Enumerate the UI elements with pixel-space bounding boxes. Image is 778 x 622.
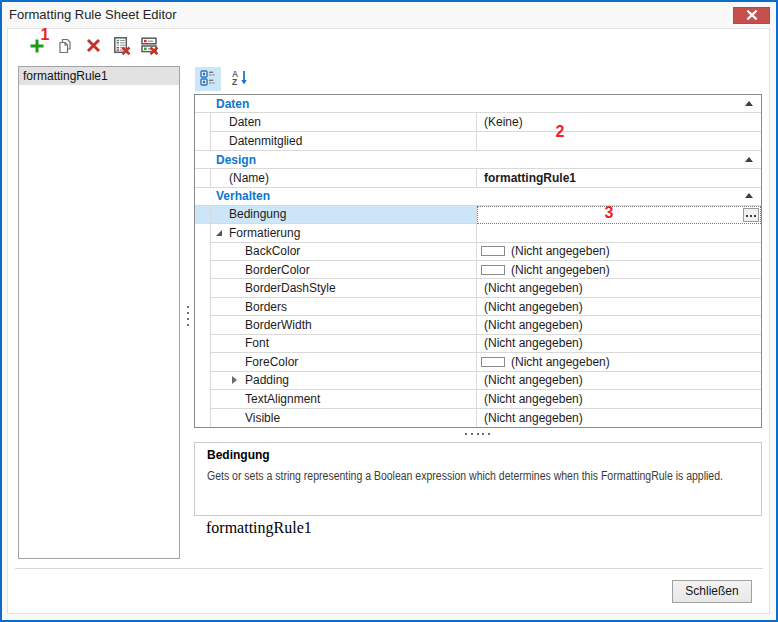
- property-row-padding[interactable]: Padding(Nicht angegeben): [195, 372, 761, 390]
- category-label: Design: [216, 153, 256, 167]
- property-row-datenmitglied[interactable]: Datenmitglied: [195, 132, 761, 150]
- property-row-forecolor[interactable]: ForeColor(Nicht angegeben): [195, 353, 761, 371]
- property-row-textalignment[interactable]: TextAlignment(Nicht angegeben): [195, 390, 761, 408]
- property-name-cell[interactable]: Padding: [211, 372, 477, 390]
- property-value-cell[interactable]: [477, 206, 761, 224]
- property-name: Datenmitglied: [211, 134, 302, 148]
- property-name-cell[interactable]: BackColor: [211, 243, 477, 261]
- property-value-cell[interactable]: (Nicht angegeben): [477, 335, 761, 353]
- property-name-cell[interactable]: Font: [211, 335, 477, 353]
- delete-rows-icon: [141, 37, 159, 58]
- property-name-cell[interactable]: (Name): [211, 169, 477, 187]
- collapsed-triangle-icon[interactable]: [232, 376, 237, 384]
- indent-strip: [195, 409, 211, 427]
- property-name: BackColor: [211, 244, 300, 258]
- color-swatch: [481, 357, 505, 367]
- property-row-bordercolor[interactable]: BorderColor(Nicht angegeben): [195, 261, 761, 279]
- property-value-cell[interactable]: (Nicht angegeben): [477, 353, 761, 371]
- property-name: Bedingung: [211, 207, 286, 221]
- category-row[interactable]: Verhalten: [195, 187, 761, 205]
- property-grid: DatenDaten(Keine)DatenmitgliedDesign(Nam…: [194, 94, 762, 428]
- property-value: (Nicht angegeben): [505, 244, 610, 258]
- property-row-backcolor[interactable]: BackColor(Nicht angegeben): [195, 243, 761, 261]
- property-value-cell[interactable]: (Nicht angegeben): [477, 372, 761, 390]
- property-name-cell[interactable]: ForeColor: [211, 353, 477, 371]
- property-row-visible[interactable]: Visible(Nicht angegeben): [195, 409, 761, 427]
- property-value: (Nicht angegeben): [477, 281, 583, 295]
- property-value-cell[interactable]: (Nicht angegeben): [477, 298, 761, 316]
- splitter-dot: [187, 318, 189, 320]
- delete-icon: [86, 38, 101, 56]
- copy-icon: [57, 38, 73, 57]
- copy-rule-button[interactable]: [56, 38, 74, 56]
- property-value-cell[interactable]: (Nicht angegeben): [477, 243, 761, 261]
- property-name: TextAlignment: [211, 392, 320, 406]
- indent-strip: [195, 372, 211, 390]
- property-value-cell[interactable]: (Nicht angegeben): [477, 316, 761, 334]
- property-value: (Nicht angegeben): [477, 300, 583, 314]
- property-name-cell[interactable]: Bedingung: [211, 206, 477, 224]
- annotation-number-1: 1: [41, 27, 50, 43]
- splitter-dot: [482, 433, 484, 435]
- property-name-cell[interactable]: Visible: [211, 409, 477, 427]
- description-title: Bedingung: [207, 448, 749, 462]
- property-name-cell[interactable]: BorderWidth: [211, 316, 477, 334]
- collapse-triangle-icon[interactable]: [745, 101, 753, 106]
- property-value-cell[interactable]: (Nicht angegeben): [477, 261, 761, 279]
- property-value-cell[interactable]: [477, 132, 761, 150]
- property-name-cell[interactable]: Datenmitglied: [211, 132, 477, 150]
- property-row-name[interactable]: (Name)formattingRule1: [195, 169, 761, 187]
- property-name-cell[interactable]: BorderColor: [211, 261, 477, 279]
- property-row-borders[interactable]: Borders(Nicht angegeben): [195, 298, 761, 316]
- property-name-cell[interactable]: Formatierung: [211, 224, 477, 242]
- property-row-borderwidth[interactable]: BorderWidth(Nicht angegeben): [195, 316, 761, 334]
- vertical-splitter-handle[interactable]: [186, 306, 190, 326]
- property-value-cell[interactable]: [477, 224, 761, 242]
- delete-conditions-button[interactable]: [113, 38, 131, 56]
- footer-separator: [15, 568, 763, 569]
- alphabetical-sort-button[interactable]: A Z: [227, 67, 253, 91]
- rules-list[interactable]: formattingRule1: [18, 66, 180, 559]
- categorized-view-button[interactable]: [195, 67, 221, 91]
- indent-strip: [195, 169, 211, 187]
- property-row-bedingung[interactable]: Bedingung: [195, 206, 761, 224]
- property-value: (Keine): [477, 115, 523, 129]
- property-name-cell[interactable]: Daten: [211, 113, 477, 131]
- property-name-cell[interactable]: TextAlignment: [211, 390, 477, 408]
- property-name: BorderColor: [211, 263, 310, 277]
- content-panel: formattingRule1 A Z: [7, 28, 770, 614]
- property-value-cell[interactable]: formattingRule1: [477, 169, 761, 187]
- schliessen-button[interactable]: Schließen: [672, 580, 752, 603]
- property-value: formattingRule1: [477, 171, 576, 185]
- property-name-cell[interactable]: BorderDashStyle: [211, 279, 477, 297]
- property-value-cell[interactable]: (Nicht angegeben): [477, 409, 761, 427]
- category-row[interactable]: Design: [195, 150, 761, 168]
- horizontal-splitter-handle[interactable]: [465, 432, 490, 435]
- color-swatch: [481, 246, 505, 256]
- property-row-formatierung[interactable]: Formatierung: [195, 224, 761, 242]
- rules-list-item[interactable]: formattingRule1: [19, 67, 179, 85]
- property-row-font[interactable]: Font(Nicht angegeben): [195, 335, 761, 353]
- collapse-triangle-icon[interactable]: [745, 193, 753, 198]
- delete-all-rules-button[interactable]: [141, 38, 159, 56]
- annotation-number-3: 3: [605, 205, 614, 221]
- property-name: Daten: [211, 115, 261, 129]
- property-row-borderdashstyle[interactable]: BorderDashStyle(Nicht angegeben): [195, 279, 761, 297]
- category-row[interactable]: Daten: [195, 95, 761, 113]
- property-name-cell[interactable]: Borders: [211, 298, 477, 316]
- property-value-cell[interactable]: (Keine): [477, 113, 761, 131]
- close-button[interactable]: [733, 7, 770, 24]
- dialog-window: Formatting Rule Sheet Editor: [0, 0, 778, 622]
- collapse-triangle-icon[interactable]: [745, 157, 753, 162]
- indent-strip: [195, 353, 211, 371]
- property-row-daten[interactable]: Daten(Keine): [195, 113, 761, 131]
- delete-rule-button[interactable]: [84, 38, 102, 56]
- property-value-cell[interactable]: (Nicht angegeben): [477, 390, 761, 408]
- property-value-cell[interactable]: (Nicht angegeben): [477, 279, 761, 297]
- close-icon: [746, 9, 758, 23]
- ellipsis-button[interactable]: [743, 208, 759, 222]
- property-name: Font: [211, 336, 269, 350]
- property-value: (Nicht angegeben): [505, 263, 610, 277]
- description-text: Gets or sets a string representing a Boo…: [207, 469, 681, 483]
- expanded-triangle-icon[interactable]: [216, 230, 222, 236]
